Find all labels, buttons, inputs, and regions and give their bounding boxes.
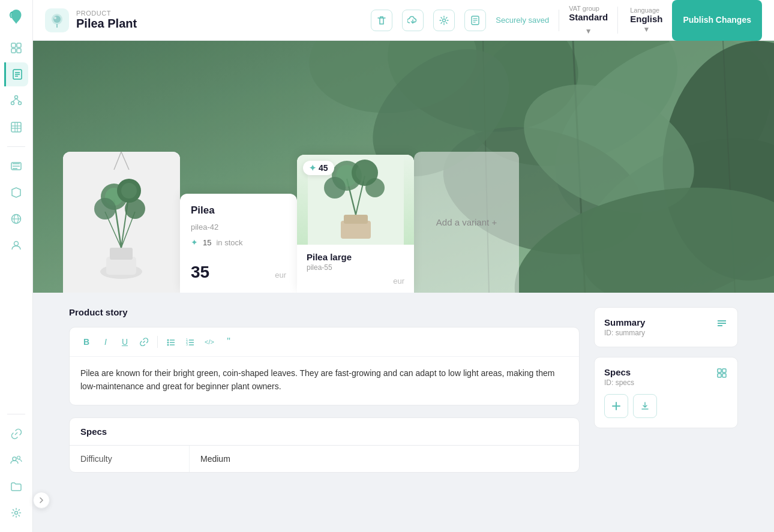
sidebar-item-settings[interactable] <box>4 501 28 525</box>
svg-point-27 <box>17 456 20 459</box>
vat-dropdown-arrow: ▼ <box>585 27 592 35</box>
delete-button[interactable] <box>371 10 392 31</box>
product-info: Product Pilea Plant <box>45 8 361 32</box>
topbar-actions: Securely saved VAT group Standard ▼ Lang… <box>371 5 662 35</box>
specs-card-header: Specs ID: specs <box>604 367 728 387</box>
summary-card-header: Summary ID: summary <box>604 317 728 337</box>
large-variant-price: eur <box>307 276 404 285</box>
main-product-image <box>63 152 180 293</box>
svg-text:3.: 3. <box>186 342 188 346</box>
sidebar-item-dashboard[interactable] <box>4 36 28 60</box>
vat-label: VAT group <box>569 5 608 12</box>
add-spec-button[interactable] <box>604 394 628 418</box>
lang-info: Language English <box>630 7 662 24</box>
import-spec-button[interactable] <box>633 394 657 418</box>
specs-key-difficulty: Difficulty <box>70 446 190 472</box>
svg-point-25 <box>14 242 19 246</box>
sidebar-item-components[interactable] <box>4 89 28 113</box>
logo[interactable] <box>7 7 26 26</box>
variant-name: Pilea <box>191 205 286 217</box>
svg-rect-55 <box>110 248 133 260</box>
svg-rect-96 <box>718 374 721 377</box>
saved-status: Securely saved <box>496 16 549 25</box>
variant-card-pilea: Pilea pilea-42 ✦ 15 in stock 35 eur <box>180 194 297 293</box>
bold-button[interactable]: B <box>78 333 95 350</box>
specs-value-difficulty: Medium <box>190 446 579 472</box>
lower-content: Product story B I U <box>33 293 774 487</box>
stock-icon: ✦ <box>191 238 198 247</box>
sidebar-item-folder[interactable] <box>4 474 28 498</box>
saved-status-text: Securely saved <box>496 16 549 25</box>
large-variant-image: ✦ 45 <box>297 155 414 245</box>
sidebar-expand-button[interactable] <box>33 492 50 509</box>
summary-card: Summary ID: summary <box>594 307 738 347</box>
product-icon <box>45 8 69 32</box>
sidebar-divider-2 <box>7 414 25 414</box>
svg-point-33 <box>443 19 446 22</box>
vat-group-dropdown[interactable]: VAT group Standard ▼ <box>569 5 608 35</box>
add-variant-button[interactable]: Add a variant + <box>414 152 519 293</box>
large-price-currency: eur <box>393 276 404 285</box>
vat-info: VAT group Standard <box>569 5 608 22</box>
variant-card-pilea-large: ✦ 45 <box>297 155 414 293</box>
hero-section: Pilea pilea-42 ✦ 15 in stock 35 eur <box>33 41 774 293</box>
quote-button[interactable]: " <box>220 333 237 350</box>
svg-point-65 <box>125 199 145 219</box>
language-dropdown[interactable]: Language English ▼ <box>617 7 662 34</box>
svg-point-79 <box>167 339 169 341</box>
svg-rect-97 <box>722 374 726 377</box>
svg-point-10 <box>19 102 22 105</box>
svg-point-28 <box>15 512 18 515</box>
specs-card-info: Specs ID: specs <box>604 367 634 387</box>
svg-point-8 <box>15 96 18 99</box>
italic-button[interactable]: I <box>97 333 114 350</box>
ordered-list-button[interactable]: 1. 2. 3. <box>182 333 199 350</box>
sidebar-item-globe[interactable] <box>4 207 28 231</box>
stock-quantity: 15 <box>203 238 211 247</box>
sidebar-item-link[interactable] <box>4 422 28 446</box>
sidebar-item-products[interactable] <box>4 181 28 205</box>
link-button[interactable] <box>136 333 152 350</box>
specs-section: Specs Difficulty Medium <box>69 417 580 473</box>
vat-value: Standard <box>569 12 608 22</box>
svg-point-81 <box>167 342 169 344</box>
code-button[interactable]: </> <box>201 333 218 350</box>
sidebar-item-team[interactable] <box>4 448 28 472</box>
sidebar-item-pages[interactable] <box>4 62 28 86</box>
svg-rect-0 <box>11 43 16 47</box>
svg-rect-1 <box>17 43 21 47</box>
variant-price: 35 eur <box>191 263 286 282</box>
svg-point-77 <box>324 177 346 199</box>
publish-button[interactable]: Publish Changes <box>672 0 762 41</box>
svg-rect-2 <box>11 49 16 53</box>
underline-button[interactable]: U <box>116 333 133 350</box>
specs-card-actions <box>604 394 728 418</box>
document-button[interactable] <box>464 10 486 31</box>
large-variant-info: Pilea large pilea-55 eur <box>297 245 414 293</box>
svg-point-26 <box>13 457 16 461</box>
specs-row: Difficulty Medium <box>70 446 579 472</box>
specs-card-icon[interactable] <box>716 367 728 381</box>
product-cards: Pilea pilea-42 ✦ 15 in stock 35 eur <box>63 152 519 293</box>
specs-title: Specs <box>80 426 568 437</box>
summary-card-icon[interactable] <box>716 317 728 332</box>
svg-point-83 <box>167 344 169 346</box>
sidebar-item-grid[interactable] <box>4 115 28 139</box>
editor-toolbar: B I U <box>70 327 579 357</box>
summary-card-title: Summary <box>604 317 645 327</box>
svg-rect-13 <box>11 122 21 132</box>
content-area: Pilea pilea-42 ✦ 15 in stock 35 eur <box>33 41 774 532</box>
svg-point-30 <box>53 16 61 23</box>
language-label: Language <box>630 7 662 14</box>
sidebar-item-list[interactable] <box>4 154 28 178</box>
product-story-title: Product story <box>69 307 580 317</box>
sidebar-item-users[interactable] <box>4 233 28 257</box>
variant-sku: pilea-42 <box>191 223 286 232</box>
editor-content[interactable]: Pilea are known for their bright green, … <box>70 357 579 405</box>
cloud-sync-button[interactable] <box>402 10 424 31</box>
editor-section: Product story B I U <box>69 307 580 473</box>
unordered-list-button[interactable] <box>163 333 179 350</box>
add-variant-label: Add a variant + <box>436 217 497 227</box>
svg-point-31 <box>54 17 56 19</box>
gear-button[interactable] <box>433 10 455 31</box>
